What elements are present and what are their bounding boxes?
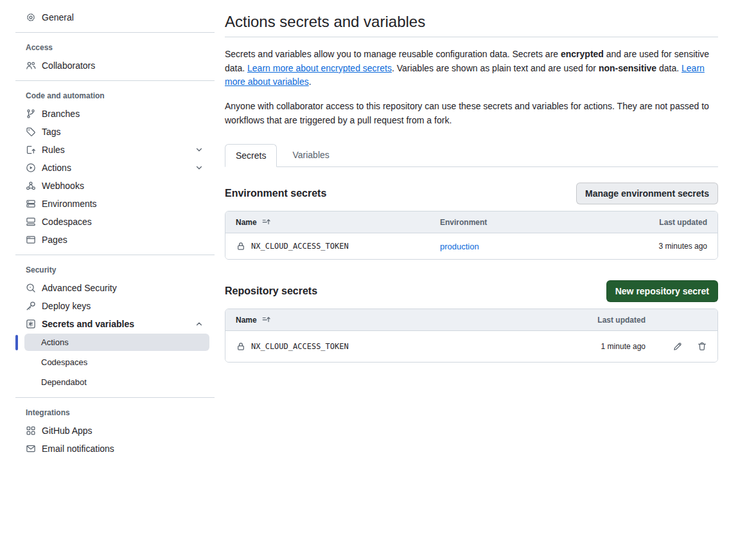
new-repository-secret-button[interactable]: New repository secret <box>606 280 718 302</box>
settings-sidebar: General Access Collaborators Code and au… <box>0 0 215 538</box>
sidebar-item-label: Webhooks <box>42 181 84 191</box>
sidebar-item-advanced-security[interactable]: Advanced Security <box>0 280 215 296</box>
column-header-name: Name <box>236 316 257 325</box>
emphasized-text: non-sensitive <box>599 63 656 73</box>
sidebar-item-pages[interactable]: Pages <box>0 231 215 248</box>
lock-icon <box>236 241 246 251</box>
sort-ascending-icon[interactable] <box>261 217 271 227</box>
delete-secret-button[interactable] <box>697 341 707 352</box>
sidebar-subitem-codespaces[interactable]: Codespaces <box>24 354 209 371</box>
sidebar-subitem-actions[interactable]: Actions <box>24 334 209 351</box>
environment-secrets-title: Environment secrets <box>225 188 326 199</box>
edit-secret-button[interactable] <box>672 341 683 352</box>
column-header-last-updated: Last updated <box>597 316 646 325</box>
codespaces-icon <box>26 217 36 227</box>
lock-icon <box>236 341 246 352</box>
sidebar-item-rules[interactable]: Rules <box>0 141 215 158</box>
sidebar-item-general[interactable]: General <box>0 9 215 26</box>
column-header-name: Name <box>236 218 257 227</box>
sidebar-subitem-label: Dependabot <box>41 377 87 387</box>
sidebar-item-label: Tags <box>42 127 61 137</box>
section-label-security: Security <box>0 260 215 280</box>
trash-icon <box>697 341 707 352</box>
divider <box>15 255 215 255</box>
sidebar-item-label: General <box>42 12 74 22</box>
sidebar-item-webhooks[interactable]: Webhooks <box>0 177 215 194</box>
people-icon <box>26 60 36 71</box>
tag-icon <box>26 127 36 137</box>
mail-icon <box>26 444 36 454</box>
sidebar-item-environments[interactable]: Environments <box>0 195 215 212</box>
paragraph-text: . Variables are shown as plain text and … <box>392 63 599 73</box>
divider <box>15 397 215 398</box>
section-label-code-automation: Code and automation <box>0 86 215 105</box>
git-branch-icon <box>26 109 36 119</box>
sidebar-item-secrets-and-variables[interactable]: Secrets and variables <box>0 316 215 332</box>
sidebar-item-label: Rules <box>42 145 65 155</box>
sidebar-item-label: Environments <box>42 199 97 209</box>
play-icon <box>26 163 36 173</box>
sidebar-item-label: Codespaces <box>42 217 92 227</box>
column-header-environment: Environment <box>440 218 659 227</box>
browser-icon <box>26 235 36 245</box>
sidebar-subitem-dependabot[interactable]: Dependabot <box>24 373 209 391</box>
manage-environment-secrets-button[interactable]: Manage environment secrets <box>576 183 718 204</box>
tab-variables[interactable]: Variables <box>282 144 339 166</box>
table-row: NX_CLOUD_ACCESS_TOKEN production 3 minut… <box>225 233 717 259</box>
secret-name: NX_CLOUD_ACCESS_TOKEN <box>251 242 349 251</box>
sidebar-item-actions[interactable]: Actions <box>0 159 215 176</box>
last-updated-value: 1 minute ago <box>601 342 646 351</box>
sidebar-subitem-label: Actions <box>41 337 69 347</box>
main-content: Actions secrets and variables Secrets an… <box>225 0 718 538</box>
sidebar-item-label: Branches <box>42 109 80 119</box>
sidebar-item-label: Advanced Security <box>42 283 117 293</box>
paragraph-text: . <box>309 76 312 87</box>
key-icon <box>26 301 36 311</box>
sidebar-item-label: Deploy keys <box>42 301 91 311</box>
sidebar-item-email-notifications[interactable]: Email notifications <box>0 440 215 457</box>
chevron-down-icon <box>194 163 204 173</box>
sidebar-item-github-apps[interactable]: GitHub Apps <box>0 422 215 439</box>
section-label-access: Access <box>0 38 215 57</box>
rules-icon <box>26 145 36 155</box>
environment-link[interactable]: production <box>440 242 659 251</box>
sidebar-item-label: Email notifications <box>42 444 114 454</box>
repository-secrets-title: Repository secrets <box>225 285 317 297</box>
pencil-icon <box>672 341 683 352</box>
sidebar-item-deploy-keys[interactable]: Deploy keys <box>0 298 215 314</box>
sort-ascending-icon[interactable] <box>261 315 271 325</box>
section-label-integrations: Integrations <box>0 403 215 422</box>
page-title: Actions secrets and variables <box>225 13 718 37</box>
sidebar-item-collaborators[interactable]: Collaborators <box>0 57 215 74</box>
repository-secrets-table-header: Name Last updated <box>225 309 717 330</box>
sidebar-item-label: Pages <box>42 235 67 245</box>
sidebar-item-tags[interactable]: Tags <box>0 123 215 140</box>
codescan-icon <box>26 283 36 293</box>
paragraph-text: data. <box>656 63 681 73</box>
chevron-down-icon <box>194 145 204 155</box>
secrets-variables-tabnav: Secrets Variables <box>225 144 718 167</box>
gear-icon <box>26 12 36 22</box>
sidebar-item-codespaces[interactable]: Codespaces <box>0 213 215 230</box>
environment-secrets-table-header: Name Environment Last updated <box>225 211 717 233</box>
sidebar-item-branches[interactable]: Branches <box>0 105 215 122</box>
divider <box>15 80 215 81</box>
chevron-up-icon <box>194 319 204 329</box>
collaborator-paragraph: Anyone with collaborator access to this … <box>225 100 718 127</box>
repository-secrets-header: Repository secrets New repository secret <box>225 280 718 302</box>
environment-secrets-table: Name Environment Last updated NX_CLOUD_A… <box>225 211 718 260</box>
asterisk-box-icon <box>26 319 36 329</box>
environment-secrets-header: Environment secrets Manage environment s… <box>225 183 718 204</box>
server-icon <box>26 199 36 209</box>
apps-grid-icon <box>26 426 36 436</box>
column-header-last-updated: Last updated <box>659 218 707 227</box>
sidebar-item-label: Actions <box>42 163 71 173</box>
intro-paragraph: Secrets and variables allow you to manag… <box>225 48 718 89</box>
sidebar-item-label: GitHub Apps <box>42 426 92 436</box>
table-row: NX_CLOUD_ACCESS_TOKEN 1 minute ago <box>225 330 717 362</box>
tab-secrets[interactable]: Secrets <box>225 144 277 167</box>
sidebar-item-label: Secrets and variables <box>42 319 134 329</box>
repository-secrets-table: Name Last updated NX_CLOUD_ACCESS_TOKEN <box>225 309 718 363</box>
learn-more-link[interactable]: Learn more about encrypted secrets <box>247 63 392 73</box>
webhook-icon <box>26 181 36 191</box>
